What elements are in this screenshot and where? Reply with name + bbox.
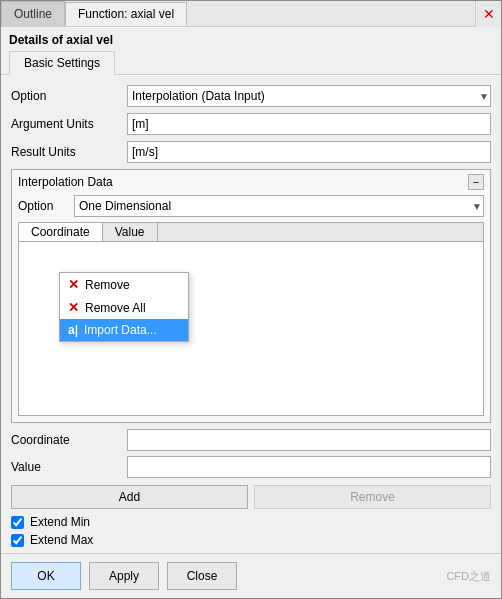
- context-menu: ✕ Remove ✕ Remove All a| Import Data...: [59, 272, 189, 342]
- interp-option-select-wrapper: One Dimensional ▼: [74, 195, 484, 217]
- close-dialog-label: Close: [187, 569, 218, 583]
- data-content: ✕ Remove ✕ Remove All a| Import Data...: [19, 242, 483, 415]
- value-label: Value: [11, 460, 121, 474]
- remove-all-icon: ✕: [68, 300, 79, 315]
- interp-option-label: Option: [18, 199, 68, 213]
- tab-basic-settings[interactable]: Basic Settings: [9, 51, 115, 75]
- apply-button[interactable]: Apply: [89, 562, 159, 590]
- apply-label: Apply: [109, 569, 139, 583]
- tab-function[interactable]: Function: axial vel: [65, 2, 187, 26]
- result-units-row: Result Units: [11, 141, 491, 163]
- context-menu-remove[interactable]: ✕ Remove: [60, 273, 188, 296]
- option-select[interactable]: Interpolation (Data Input): [127, 85, 491, 107]
- remove-icon: ✕: [68, 277, 79, 292]
- interpolation-data-section: Interpolation Data − Option One Dimensio…: [11, 169, 491, 423]
- import-data-label: Import Data...: [84, 323, 157, 337]
- argument-units-label: Argument Units: [11, 117, 121, 131]
- coordinate-tab-label: Coordinate: [31, 225, 90, 239]
- collapse-button[interactable]: −: [468, 174, 484, 190]
- details-label: Details of axial vel: [1, 27, 501, 51]
- remove-label: Remove: [85, 278, 130, 292]
- tab-outline-label: Outline: [14, 7, 52, 21]
- checkboxes-area: Extend Min Extend Max: [11, 515, 491, 547]
- coordinate-row: Coordinate: [11, 429, 491, 451]
- value-input[interactable]: [127, 456, 491, 478]
- result-units-input[interactable]: [127, 141, 491, 163]
- coordinate-input[interactable]: [127, 429, 491, 451]
- main-window: Outline Function: axial vel ✕ Details of…: [0, 0, 502, 599]
- title-bar: Outline Function: axial vel ✕: [1, 1, 501, 27]
- data-tab-coordinate[interactable]: Coordinate: [19, 223, 103, 241]
- bottom-form: Coordinate Value Add Remove: [11, 429, 491, 509]
- add-button[interactable]: Add: [11, 485, 248, 509]
- close-dialog-button[interactable]: Close: [167, 562, 237, 590]
- content-area: Option Interpolation (Data Input) ▼ Argu…: [1, 75, 501, 553]
- option-row: Option Interpolation (Data Input) ▼: [11, 85, 491, 107]
- tab-outline[interactable]: Outline: [1, 1, 65, 26]
- interp-header: Interpolation Data −: [18, 174, 484, 190]
- extend-max-label: Extend Max: [30, 533, 93, 547]
- argument-units-row: Argument Units: [11, 113, 491, 135]
- argument-units-input[interactable]: [127, 113, 491, 135]
- option-label: Option: [11, 89, 121, 103]
- import-icon: a|: [68, 323, 78, 337]
- data-tabs: Coordinate Value: [19, 223, 483, 242]
- context-menu-import[interactable]: a| Import Data...: [60, 319, 188, 341]
- result-units-label: Result Units: [11, 145, 121, 159]
- interp-option-select[interactable]: One Dimensional: [74, 195, 484, 217]
- add-remove-buttons: Add Remove: [11, 485, 491, 509]
- close-button[interactable]: ✕: [475, 1, 501, 27]
- tab-function-label: Function: axial vel: [78, 7, 174, 21]
- data-tab-value[interactable]: Value: [103, 223, 158, 241]
- option-select-wrapper: Interpolation (Data Input) ▼: [127, 85, 491, 107]
- extend-max-row: Extend Max: [11, 533, 491, 547]
- ok-button[interactable]: OK: [11, 562, 81, 590]
- watermark: CFD之道: [446, 569, 491, 584]
- value-tab-label: Value: [115, 225, 145, 239]
- interp-option-row: Option One Dimensional ▼: [18, 195, 484, 217]
- coordinate-label: Coordinate: [11, 433, 121, 447]
- data-table-area: Coordinate Value ✕ Remove ✕: [18, 222, 484, 416]
- remove-all-label: Remove All: [85, 301, 146, 315]
- close-icon: ✕: [483, 6, 495, 22]
- extend-min-checkbox[interactable]: [11, 516, 24, 529]
- extend-min-row: Extend Min: [11, 515, 491, 529]
- value-row: Value: [11, 456, 491, 478]
- extend-min-label: Extend Min: [30, 515, 90, 529]
- inner-tab-bar: Basic Settings: [1, 51, 501, 75]
- interp-title: Interpolation Data: [18, 175, 113, 189]
- basic-settings-label: Basic Settings: [24, 56, 100, 70]
- remove-button: Remove: [254, 485, 491, 509]
- collapse-icon: −: [473, 176, 479, 188]
- context-menu-remove-all[interactable]: ✕ Remove All: [60, 296, 188, 319]
- extend-max-checkbox[interactable]: [11, 534, 24, 547]
- ok-label: OK: [37, 569, 54, 583]
- footer: OK Apply Close CFD之道: [1, 553, 501, 598]
